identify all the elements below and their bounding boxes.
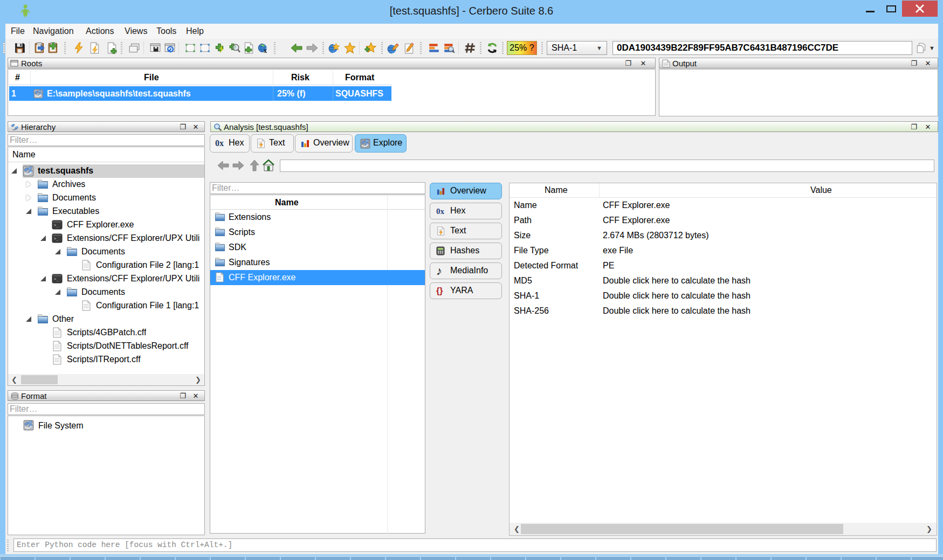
svg-text:>_: >_: [54, 237, 59, 241]
svg-text:x: x: [264, 47, 267, 54]
svg-text:>_: >_: [54, 223, 59, 227]
svg-text:>_: >_: [54, 277, 59, 281]
